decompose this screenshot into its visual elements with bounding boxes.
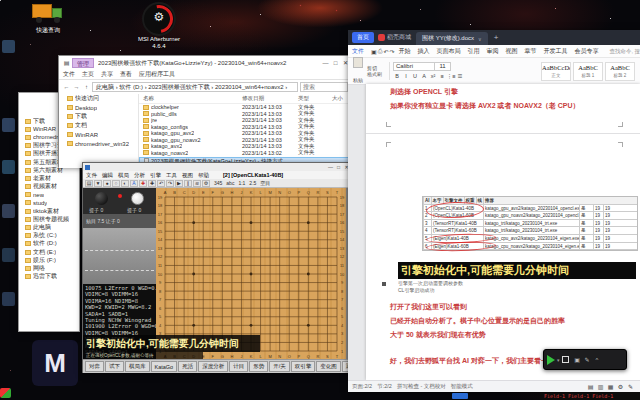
app-logo-icon[interactable] <box>0 388 11 398</box>
format-button[interactable]: ≡ <box>438 72 446 80</box>
maximize-button[interactable]: □ <box>335 164 342 171</box>
go-toolbar-icon[interactable]: ✚ <box>148 180 156 187</box>
style-card[interactable]: AaBbCcDd 正文 <box>541 62 571 81</box>
menu-item[interactable]: 棋局 <box>118 172 129 179</box>
view-mode-icon[interactable]: ▦ <box>606 382 615 391</box>
go-toolbar-icon[interactable]: ● <box>103 180 111 187</box>
column-header[interactable]: 类型 <box>298 95 332 102</box>
docer-tab[interactable]: 稻壳商城 <box>378 33 411 42</box>
toolbar-toggle[interactable]: abc <box>226 180 234 186</box>
column-header[interactable]: 名称 <box>143 95 242 102</box>
document-page[interactable]: 则选择 OPENCL 引擎 如果你没有独立显卡 请选择 AVX2 或者 NOAV… <box>366 84 640 380</box>
toolbar-toggle[interactable]: 1:1 <box>238 180 245 186</box>
edit-icon[interactable]: ✎ <box>626 382 635 391</box>
go-action-button[interactable]: 深度分析 <box>198 361 228 372</box>
minimize-button[interactable]: — <box>327 164 334 171</box>
desktop-icon-truck[interactable]: 快递查询 <box>26 0 70 35</box>
chevron-down-icon[interactable]: ▾ <box>557 357 560 363</box>
go-toolbar-icon[interactable]: ✚ <box>139 180 147 187</box>
go-action-button[interactable]: 开/关 <box>269 361 290 372</box>
view-mode-icon[interactable]: ▥ <box>596 382 605 391</box>
format-button[interactable]: I <box>402 72 410 80</box>
format-button[interactable]: ⋮≡ <box>447 72 455 80</box>
tree-item[interactable]: 此电脑 <box>19 223 79 231</box>
ribbon-tab[interactable]: 审阅 <box>487 47 499 56</box>
go-action-button[interactable]: 试下 <box>105 361 124 372</box>
ribbon-tab[interactable]: 引用 <box>468 47 480 56</box>
ribbon-tab[interactable]: 查看 <box>120 70 132 79</box>
desktop-icon-m-app[interactable]: M <box>32 340 78 386</box>
format-button[interactable]: U <box>411 72 419 80</box>
go-action-button[interactable]: 棋局库 <box>125 361 150 372</box>
tree-item[interactable]: new <box>19 191 79 199</box>
toolbar-toggle[interactable]: 2.5 <box>249 180 256 186</box>
menu-item[interactable]: 分析 <box>134 172 145 179</box>
tree-item[interactable]: 娱乐 (F:) <box>19 256 79 264</box>
format-button[interactable]: B <box>393 72 401 80</box>
desktop-icon-afterburner[interactable]: ⚙ MSI Afterburner 4.6.4 <box>136 2 182 50</box>
nav-item[interactable]: Desktop <box>59 103 138 112</box>
menu-item[interactable]: 引擎 <box>150 172 161 179</box>
go-toolbar-icon[interactable]: ▼ <box>94 180 102 187</box>
go-toolbar-icon[interactable]: ↶ <box>157 180 165 187</box>
ribbon-tab[interactable]: 视图 <box>506 47 518 56</box>
ribbon-tab[interactable]: 会员专享 <box>575 47 599 56</box>
nav-item[interactable]: chromedriver_win32 <box>59 139 138 148</box>
format-painter-button[interactable]: 格式刷 <box>367 71 382 77</box>
go-action-button[interactable]: 双引擎 <box>291 361 316 372</box>
ribbon-tab[interactable]: 插入 <box>418 47 430 56</box>
tab-menu-icon[interactable]: ∨ <box>478 36 482 42</box>
back-icon[interactable]: ← <box>62 83 71 92</box>
ribbon-tab[interactable]: 开始 <box>399 47 411 56</box>
tree-item[interactable]: study <box>19 199 79 207</box>
desktop-icon-fragment[interactable] <box>2 248 15 262</box>
go-action-button[interactable]: 计目 <box>229 361 248 372</box>
go-toolbar-icon[interactable]: A <box>130 180 138 187</box>
nav-item[interactable]: 文档 <box>59 121 138 130</box>
redo-icon[interactable]: ↷ <box>390 47 395 56</box>
font-size-select[interactable]: 11 <box>435 62 451 71</box>
spellcheck-status[interactable]: 拼写检查 - 文档校对 <box>397 383 446 390</box>
desktop-icon-fragment[interactable] <box>2 40 15 53</box>
ribbon-tab[interactable]: 页面布局 <box>437 47 461 56</box>
toolbar-toggle[interactable]: 345 <box>214 180 222 186</box>
menu-item[interactable]: 编辑 <box>102 172 113 179</box>
new-tab-button[interactable]: + <box>494 33 499 42</box>
pen-icon[interactable]: ✎ <box>583 355 592 364</box>
tree-item[interactable]: 围棋专题视频 <box>19 215 79 223</box>
go-action-button[interactable]: KataGo <box>151 361 178 372</box>
tree-item[interactable]: 文档 (E:) <box>19 248 79 256</box>
nav-item[interactable]: 下载 <box>59 112 138 121</box>
go-titlebar[interactable]: — □ ✕ <box>83 163 351 171</box>
undo-icon[interactable]: ↶ <box>383 47 388 56</box>
go-toolbar-icon[interactable]: ▶ <box>175 180 183 187</box>
column-header[interactable]: 修改日期 <box>242 95 298 102</box>
breadcrumb[interactable]: 此电脑 › 软件 (D:) › 2023围棋最强软件下载 › 20230104_… <box>92 82 298 92</box>
ribbon-tab[interactable]: 共享 <box>101 70 113 79</box>
tree-item[interactable]: 系统 (C:) <box>19 232 79 240</box>
settings-icon[interactable]: ⚙ <box>616 382 625 391</box>
document-tab[interactable]: 围棋 YY(修改).docx ∨ <box>416 32 488 45</box>
tree-item[interactable]: 视频素材 <box>19 183 79 191</box>
tree-item[interactable]: tiktok素材 <box>19 207 79 215</box>
desktop-icon-fragment[interactable] <box>2 160 15 174</box>
file-menu[interactable]: 文件 <box>352 47 364 56</box>
go-toolbar-icon[interactable]: ○ <box>112 180 120 187</box>
style-card[interactable]: AaBbC 标题 1 <box>573 62 603 81</box>
format-button[interactable]: x² <box>429 72 437 80</box>
go-toolbar-icon[interactable]: ↷ <box>166 180 174 187</box>
desktop-icon-fragment[interactable] <box>2 118 15 132</box>
tree-item[interactable]: 老素材 <box>19 174 79 182</box>
paste-button[interactable]: 粘贴 <box>353 57 363 86</box>
maximize-button[interactable]: □ <box>331 58 340 67</box>
search-input[interactable] <box>300 82 348 92</box>
nav-item[interactable]: WinRAR <box>59 130 138 139</box>
format-button[interactable]: ☰ <box>456 72 464 80</box>
save-icon[interactable]: ▣ <box>371 47 377 56</box>
ribbon-tab[interactable]: 文件 <box>63 70 75 79</box>
style-card[interactable]: AaBbC 标题 2 <box>605 62 635 81</box>
find-command-hint[interactable]: 查找命令, 搜索模板 <box>610 48 640 55</box>
up-icon[interactable]: ↑ <box>82 83 91 92</box>
go-action-button[interactable]: 形势 <box>249 361 268 372</box>
ribbon-tab[interactable]: 开发工具 <box>544 47 568 56</box>
